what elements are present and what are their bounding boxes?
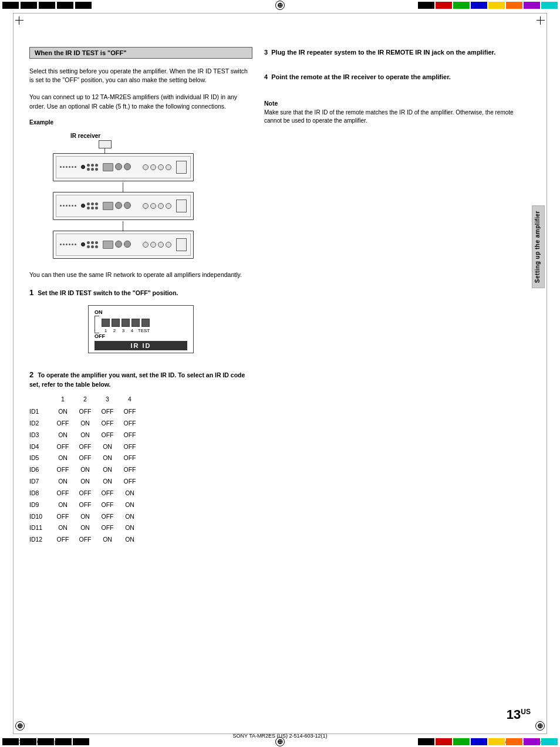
color-swatch-black (418, 2, 434, 9)
bottom-color-bar: ⊕ (0, 736, 560, 747)
body-text-1: Select this setting before you operate t… (29, 67, 252, 84)
switch-labels: 1 2 3 4 TEST (102, 328, 151, 333)
amp-diagram-2 (53, 192, 194, 220)
table-row: ID4OFFOFFONOFF (29, 441, 142, 453)
table-row: ID11ONONOFFON (29, 522, 142, 534)
amp-inner-1 (56, 156, 191, 178)
body-text-2: You can connect up to 12 TA-MR2ES amplif… (29, 93, 252, 110)
switch-diagram: ON 1 (88, 305, 194, 353)
step-2: 2 To operate the amplifier you want, set… (29, 370, 252, 546)
right-step-4-heading: 4 Point the remote at the IR receiver to… (264, 73, 531, 82)
switch-toggles (102, 319, 151, 327)
top-bar-left (0, 0, 188, 11)
table-row: ID5ONOFFONOFF (29, 452, 142, 464)
note-label: Note (264, 100, 531, 107)
step-1: 1 Set the IR ID TEST switch to the "OFF"… (29, 288, 252, 360)
right-step-4: 4 Point the remote at the IR receiver to… (264, 73, 531, 84)
left-column: When the IR ID TEST is "OFF" Select this… (29, 47, 252, 712)
color-swatch-yellow (488, 2, 505, 9)
bottom-reg-circle-right: ⊕ (535, 721, 545, 731)
main-content: When the IR ID TEST is "OFF" Select this… (29, 47, 531, 712)
connector-1 (123, 182, 123, 192)
color-swatch-blue (471, 2, 487, 9)
bottom-reg-mark-right: ⊕ (535, 721, 545, 731)
right-step-3: 3 Plug the IR repeater system to the IR … (264, 48, 531, 60)
side-tab: Setting up the amplifier (532, 205, 545, 288)
table-row: ID10OFFONOFFON (29, 511, 142, 523)
table-header-row: 1 2 3 4 (29, 394, 142, 406)
table-row: ID2OFFONOFFOFF (29, 418, 142, 430)
page-number: 13US (507, 707, 531, 722)
bottom-reg-circle-left: ⊕ (15, 721, 25, 731)
black-blocks (2, 2, 92, 9)
table-row: ID9ONOFFOFFON (29, 499, 142, 511)
color-swatch-purple (524, 2, 540, 9)
note-text: Make sure that the IR ID of the remote m… (264, 109, 531, 126)
top-crosshair-center: ⊕ (188, 0, 372, 11)
switch-diagram-container: ON 1 (29, 303, 252, 356)
black-block-3 (39, 2, 55, 9)
black-block-4 (57, 2, 73, 9)
step-2-heading: 2 To operate the amplifier you want, set… (29, 370, 252, 389)
color-swatch-orange (506, 2, 522, 9)
amp-inner-2 (56, 195, 191, 217)
step-1-heading: 1 Set the IR ID TEST switch to the "OFF"… (29, 288, 252, 298)
ir-receiver-label: IR receiver (70, 133, 100, 139)
top-bar: ⊕ (0, 0, 560, 11)
right-step-3-heading: 3 Plug the IR repeater system to the IR … (264, 48, 531, 58)
black-block-5 (75, 2, 92, 9)
right-column: 3 Plug the IR repeater system to the IR … (264, 47, 531, 712)
section-title: When the IR ID TEST is "OFF" (29, 47, 252, 59)
table-row: ID3ONONOFFOFF (29, 430, 142, 441)
bottom-text: You can then use the same IR network to … (29, 271, 252, 279)
top-reg-circle: ⊕ (275, 1, 285, 10)
table-row: ID7ONONONOFF (29, 476, 142, 488)
ir-id-table: 1 2 3 4 ID1ONOFFOFFOFF ID2OFFONOFFOFF ID… (29, 394, 142, 546)
amp-diagrams: IR receiver (35, 133, 252, 260)
amp-diagram-3 (53, 231, 194, 259)
table-row: ID6OFFONONOFF (29, 464, 142, 476)
amp-diagram-1 (53, 153, 194, 181)
top-reg-mark-left (15, 16, 23, 25)
id-table: 1 2 3 4 ID1ONOFFOFFOFF ID2OFFONOFFOFF ID… (29, 394, 252, 546)
switch-on-label: ON (95, 309, 187, 315)
top-reg-mark-right (537, 16, 545, 25)
color-swatch-cyan (541, 2, 558, 9)
top-bar-right (372, 0, 560, 11)
note-section: Note Make sure that the IR ID of the rem… (264, 100, 531, 126)
table-row: ID1ONOFFOFFOFF (29, 406, 142, 418)
amp-knobs-1 (60, 164, 98, 171)
color-swatch-green (453, 2, 470, 9)
bottom-reg-mark-left: ⊕ (15, 721, 25, 731)
color-swatch-red (436, 2, 452, 9)
table-row: ID8OFFOFFOFFON (29, 488, 142, 499)
black-block-2 (21, 2, 37, 9)
connector-2 (123, 221, 123, 231)
table-row: ID12OFFOFFONON (29, 534, 142, 546)
example-label: Example (29, 119, 252, 126)
amp-inner-3 (56, 234, 191, 256)
bottom-center-reg: ⊕ (275, 737, 285, 746)
black-block-1 (2, 2, 19, 9)
ir-id-label: IR ID (95, 341, 187, 350)
